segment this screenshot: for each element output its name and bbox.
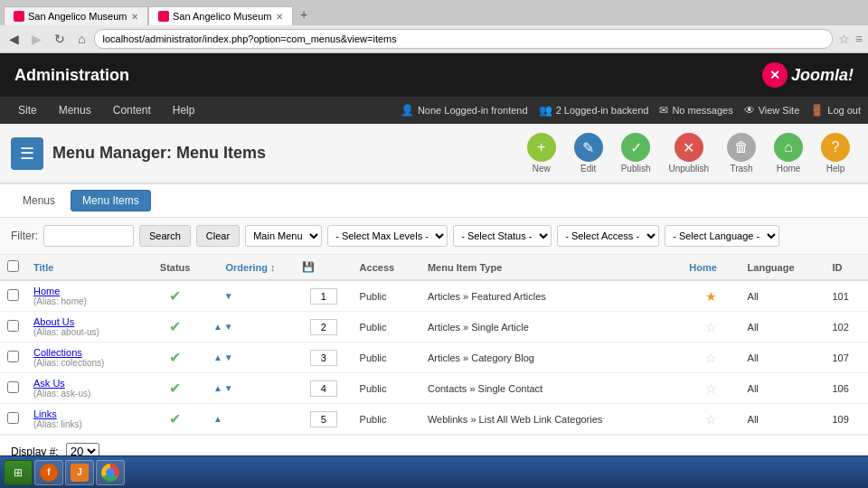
row-order-cell: ▲ ▼ [206, 280, 295, 312]
sub-nav-menus[interactable]: Menus [11, 190, 67, 211]
clear-button[interactable]: Clear [196, 225, 240, 247]
backend-logged-label: 2 Logged-in backend [556, 105, 649, 116]
order-input[interactable] [310, 411, 337, 427]
logout-link[interactable]: 🚪 Log out [810, 104, 861, 117]
forward-button[interactable]: ▶ [28, 30, 45, 48]
publish-button[interactable]: ✓ Publish [614, 129, 658, 177]
order-down-button[interactable]: ▼ [224, 322, 233, 332]
row-access-cell: Public [353, 280, 420, 312]
order-up-button[interactable]: ▲ [213, 322, 222, 332]
order-input[interactable] [310, 319, 337, 335]
filter-input[interactable] [43, 225, 134, 247]
table-body: Home (Alias: home) ✔ ▲ ▼ Public Articles… [0, 280, 868, 435]
messages-status[interactable]: ✉ No messages [659, 104, 732, 117]
bookmark-icon[interactable]: ☆ [838, 32, 850, 46]
nav-menus[interactable]: Menus [48, 97, 102, 124]
address-bar[interactable] [94, 29, 832, 49]
max-levels-select[interactable]: - Select Max Levels - [327, 225, 448, 247]
row-language-cell: All [741, 312, 826, 343]
backend-logged-status[interactable]: 👥 2 Logged-in backend [539, 104, 649, 117]
row-checkbox[interactable] [7, 351, 19, 362]
browser-tab-1[interactable]: San Angelico Museum of C... ✕ [4, 6, 148, 25]
frontend-logged-status[interactable]: 👤 None Logged-in frontend [401, 104, 528, 117]
browser-tab-2[interactable]: San Angelico Museum of C... ✕ [148, 6, 293, 25]
nav-site[interactable]: Site [7, 97, 48, 124]
tab-close-2[interactable]: ✕ [276, 12, 283, 22]
access-select[interactable]: - Select Access - [557, 225, 659, 247]
taskbar-app-3[interactable] [96, 460, 125, 485]
save-order-icon[interactable]: 💾 [302, 261, 315, 272]
home-star-empty-icon[interactable]: ☆ [705, 351, 717, 365]
filter-label: Filter: [11, 230, 38, 242]
start-button[interactable]: ⊞ [4, 460, 33, 485]
order-up-button[interactable]: ▲ [213, 352, 222, 362]
row-title-link[interactable]: Home [33, 286, 60, 296]
row-home-cell: ☆ [682, 312, 740, 343]
view-site-link[interactable]: 👁 View Site [744, 104, 800, 117]
reload-button[interactable]: ↻ [51, 30, 69, 48]
nav-help[interactable]: Help [162, 97, 206, 124]
row-checkbox[interactable] [7, 412, 19, 424]
row-checkbox[interactable] [7, 381, 19, 393]
status-select[interactable]: - Select Status - [453, 225, 552, 247]
users-icon: 👥 [539, 104, 552, 117]
unpublish-button[interactable]: ✕ Unpublish [662, 129, 716, 177]
row-title-link[interactable]: About Us [33, 316, 74, 327]
status-icon[interactable]: ✔ [169, 411, 181, 427]
order-down-button[interactable]: ▼ [224, 352, 233, 362]
sub-nav-menu-items[interactable]: Menu Items [71, 190, 151, 211]
help-button[interactable]: ? Help [814, 129, 857, 177]
order-input[interactable] [310, 350, 337, 366]
status-icon[interactable]: ✔ [169, 350, 181, 365]
home-header[interactable]: Home [682, 255, 740, 280]
status-icon[interactable]: ✔ [169, 380, 181, 396]
status-icon[interactable]: ✔ [169, 319, 181, 334]
order-input[interactable] [310, 380, 337, 397]
home-star-icon[interactable]: ★ [705, 289, 717, 304]
windows-icon: ⊞ [14, 466, 23, 479]
row-checkbox[interactable] [7, 320, 19, 332]
chrome-icon [101, 464, 119, 482]
order-up-button[interactable]: ▲ [213, 414, 222, 424]
edit-icon: ✎ [574, 133, 603, 162]
search-button[interactable]: Search [139, 225, 191, 247]
browser-menu-icon[interactable]: ≡ [855, 32, 863, 46]
row-checkbox[interactable] [7, 289, 19, 301]
select-all-checkbox[interactable] [7, 260, 19, 272]
id-header[interactable]: ID [825, 255, 868, 280]
home-button[interactable]: ⌂ Home [767, 129, 810, 177]
home-star-empty-icon[interactable]: ☆ [705, 381, 717, 396]
tab-close-1[interactable]: ✕ [131, 12, 138, 22]
order-input[interactable] [310, 288, 337, 305]
taskbar-app-1[interactable]: f [34, 460, 63, 485]
row-title-link[interactable]: Collections [33, 347, 82, 358]
new-button[interactable]: + New [520, 129, 563, 177]
title-header[interactable]: Title [26, 255, 144, 280]
row-title-link[interactable]: Ask Us [33, 378, 65, 389]
home-star-empty-icon[interactable]: ☆ [705, 412, 717, 427]
new-tab-button[interactable]: + [293, 4, 315, 25]
order-down-button[interactable]: ▼ [224, 383, 233, 393]
language-select[interactable]: - Select Language - [665, 225, 779, 247]
order-down-button[interactable]: ▼ [224, 291, 233, 301]
back-button[interactable]: ◀ [5, 30, 23, 48]
menu-select[interactable]: Main Menu [245, 225, 322, 247]
row-type-cell: Articles » Category Blog [420, 343, 682, 373]
new-label: New [533, 164, 551, 174]
edit-button[interactable]: ✎ Edit [567, 129, 610, 177]
row-title-link[interactable]: Links [33, 408, 57, 419]
home-star-empty-icon[interactable]: ☆ [705, 320, 717, 334]
trash-button[interactable]: 🗑 Trash [720, 129, 763, 177]
order-up-button[interactable]: ▲ [213, 383, 222, 393]
admin-title: Administration [14, 66, 129, 85]
taskbar-app-2[interactable]: J [65, 460, 94, 485]
tab-favicon-2 [158, 11, 169, 22]
row-title-cell: Collections (Alias: colections) [26, 343, 144, 373]
access-header[interactable]: Access [353, 255, 420, 280]
ordering-header[interactable]: Ordering ↕ [206, 255, 295, 280]
nav-content[interactable]: Content [102, 97, 162, 124]
status-icon[interactable]: ✔ [169, 288, 181, 304]
row-alias: (Alias: ask-us) [33, 389, 137, 399]
status-header[interactable]: Status [144, 255, 206, 280]
home-nav-button[interactable]: ⌂ [74, 30, 89, 48]
